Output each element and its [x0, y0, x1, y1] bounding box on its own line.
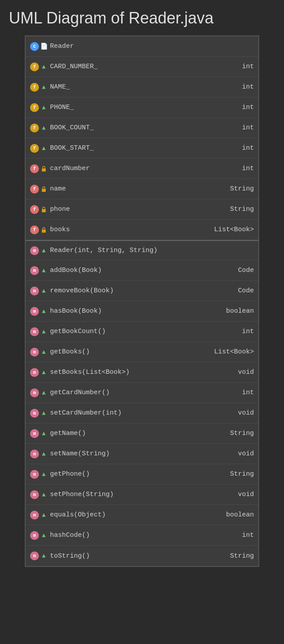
method-type: boolean: [214, 511, 254, 519]
field-access-icon: ▲: [40, 145, 47, 152]
method-row-addBook: m ▲ addBook(Book) Code: [26, 260, 258, 281]
field-name: cardNumber: [50, 165, 214, 172]
method-icon: m: [30, 287, 39, 295]
method-access-icon: ▲: [40, 287, 47, 295]
method-name: setPhone(String): [50, 491, 214, 498]
method-name: getBooks(): [50, 348, 214, 356]
method-name: removeBook(Book): [50, 287, 214, 295]
method-access-icon: ▲: [40, 430, 47, 437]
lock-icon: [40, 186, 47, 193]
method-row-getName: m ▲ getName() String: [26, 423, 258, 444]
lock-icon: [40, 226, 47, 233]
method-icon: m: [30, 348, 39, 357]
method-type: Code: [214, 267, 254, 274]
field-row-name: f name String: [26, 179, 258, 199]
method-icon: m: [30, 511, 39, 520]
method-access-icon: ▲: [40, 247, 47, 254]
field-name: BOOK_COUNT_: [50, 124, 214, 132]
method-access-icon: ▲: [40, 532, 47, 539]
field-access-icon: ▲: [40, 63, 47, 70]
method-row-hasBook: m ▲ hasBook(Book) boolean: [26, 301, 258, 322]
method-name: setName(String): [50, 450, 214, 458]
field-type: int: [214, 144, 254, 152]
field-icon: f: [30, 62, 39, 71]
method-type: String: [214, 470, 254, 478]
method-icon: m: [30, 490, 39, 499]
field-type: String: [214, 206, 254, 213]
field-icon: f: [30, 225, 39, 234]
method-name: getBookCount(): [50, 328, 214, 335]
method-type: Code: [214, 287, 254, 295]
method-icon: m: [30, 266, 39, 275]
method-access-icon: ▲: [40, 471, 47, 478]
field-access-icon: ▲: [40, 84, 47, 91]
method-icon: m: [30, 246, 39, 255]
method-type: List<Book>: [214, 348, 254, 356]
field-name: name: [50, 185, 214, 193]
field-icon: f: [30, 103, 39, 112]
uml-diagram: C 📄 Reader f ▲ CARD_NUMBER_ int f ▲ NAME…: [25, 35, 259, 567]
method-icon: m: [30, 429, 39, 438]
field-type: int: [214, 104, 254, 111]
method-type: int: [214, 328, 254, 335]
method-row-getCardNumber: m ▲ getCardNumber() int: [26, 383, 258, 403]
field-name: NAME_: [50, 83, 214, 91]
method-row-getBooks: m ▲ getBooks() List<Book>: [26, 342, 258, 362]
method-icon: m: [30, 307, 39, 316]
field-type: int: [214, 83, 254, 91]
method-type: void: [214, 409, 254, 417]
method-name: equals(Object): [50, 511, 214, 519]
field-type: int: [214, 124, 254, 132]
svg-rect-3: [42, 229, 46, 233]
method-name: hashCode(): [50, 531, 214, 539]
field-row-phone: f phone String: [26, 199, 258, 220]
method-type: boolean: [214, 307, 254, 315]
method-name: addBook(Book): [50, 267, 214, 274]
method-type: int: [214, 389, 254, 396]
method-access-icon: ▲: [40, 491, 47, 498]
svg-rect-1: [42, 189, 46, 192]
method-access-icon: ▲: [40, 410, 47, 417]
method-type: void: [214, 491, 254, 498]
method-icon: m: [30, 368, 39, 377]
method-icon: m: [30, 470, 39, 479]
method-row-toString: m ▲ toString() String: [26, 546, 258, 566]
method-name: hasBook(Book): [50, 307, 214, 315]
field-type: int: [214, 165, 254, 172]
field-row-PHONE_: f ▲ PHONE_ int: [26, 97, 258, 118]
method-row-setName: m ▲ setName(String) void: [26, 444, 258, 464]
field-row-BOOK_START_: f ▲ BOOK_START_ int: [26, 138, 258, 159]
method-icon: m: [30, 450, 39, 458]
page-title: UML Diagram of Reader.java: [9, 9, 275, 27]
field-access-icon: ▲: [40, 104, 47, 111]
method-type: String: [214, 552, 254, 560]
method-name: getPhone(): [50, 470, 214, 478]
method-row-getPhone: m ▲ getPhone() String: [26, 464, 258, 485]
method-access-icon: ▲: [40, 552, 47, 559]
method-name: getName(): [50, 430, 214, 437]
class-header-row: C 📄 Reader: [26, 36, 258, 57]
field-icon: f: [30, 205, 39, 214]
method-type: int: [214, 531, 254, 539]
field-icon: f: [30, 124, 39, 132]
field-type: int: [214, 63, 254, 70]
field-icon: f: [30, 164, 39, 173]
method-row-removeBook: m ▲ removeBook(Book) Code: [26, 281, 258, 301]
field-name: CARD_NUMBER_: [50, 63, 214, 70]
field-icon: f: [30, 83, 39, 92]
field-name: PHONE_: [50, 104, 214, 111]
field-name: books: [50, 226, 214, 233]
method-access-icon: ▲: [40, 369, 47, 376]
svg-rect-2: [42, 209, 46, 212]
method-type: void: [214, 450, 254, 458]
method-row-getBookCount: m ▲ getBookCount() int: [26, 322, 258, 342]
svg-rect-0: [42, 168, 46, 171]
field-type: String: [214, 185, 254, 193]
field-access-icon: ▲: [40, 124, 47, 132]
method-name: setBooks(List<Book>): [50, 369, 214, 376]
field-type: List<Book>: [214, 226, 254, 233]
field-name: phone: [50, 206, 214, 213]
method-type: void: [214, 369, 254, 376]
method-row-hashCode: m ▲ hashCode() int: [26, 525, 258, 546]
method-icon: m: [30, 551, 39, 560]
